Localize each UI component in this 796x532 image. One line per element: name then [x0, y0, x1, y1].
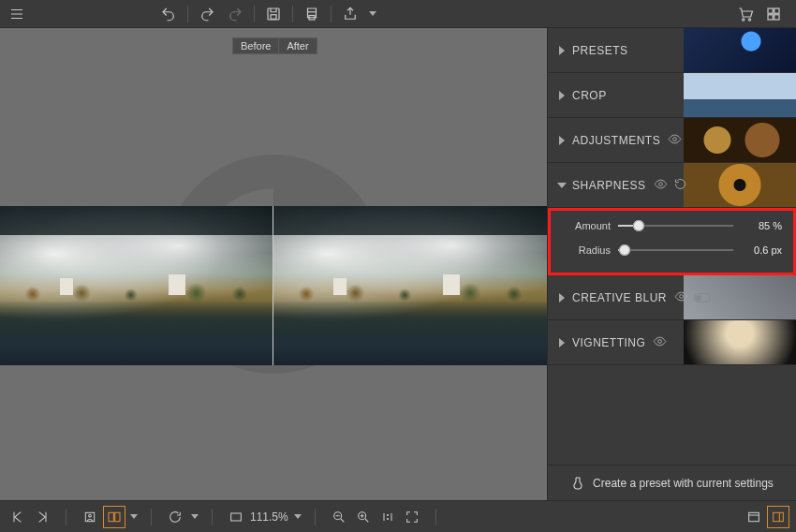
section-vignetting-label: VIGNETTING [572, 336, 645, 349]
svg-rect-7 [774, 8, 779, 13]
radius-slider[interactable] [618, 249, 733, 251]
svg-rect-8 [768, 14, 773, 19]
eye-icon[interactable] [674, 289, 688, 306]
section-sharpness[interactable]: SHARPNESS [548, 163, 796, 208]
svg-point-14 [658, 339, 662, 343]
chevron-right-icon [559, 293, 565, 303]
cart-button[interactable] [734, 3, 757, 25]
section-adjustments-label: ADJUSTMENTS [572, 134, 660, 147]
rotate-caret[interactable] [191, 514, 199, 519]
svg-rect-25 [774, 512, 784, 521]
svg-rect-0 [268, 8, 279, 20]
redo-step-button[interactable] [224, 3, 246, 25]
export-menu-caret[interactable] [369, 11, 376, 16]
after-label: After [279, 37, 317, 54]
slider-amount: Amount 85 % [562, 220, 782, 231]
section-creative-blur-label: CREATIVE BLUR [572, 291, 667, 304]
sharpness-controls: Amount 85 % Radius 0.6 px [548, 208, 796, 275]
svg-point-13 [680, 294, 684, 298]
radius-label: Radius [562, 244, 611, 256]
section-adjustments[interactable]: ADJUSTMENTS [548, 118, 796, 163]
svg-rect-17 [109, 512, 113, 521]
section-creative-blur[interactable]: CREATIVE BLUR [548, 275, 796, 320]
amount-slider-knob[interactable] [633, 220, 644, 231]
fit-view-button[interactable] [226, 507, 246, 527]
eye-icon[interactable] [654, 177, 668, 194]
panel-left-button[interactable] [744, 507, 764, 527]
canvas-area[interactable]: Before After [0, 28, 547, 500]
svg-point-11 [673, 137, 677, 140]
right-panel: PRESETS CROP ADJUSTMENTS [547, 28, 796, 500]
radius-value: 0.6 px [741, 244, 782, 256]
rotate-button[interactable] [165, 507, 185, 527]
zoom-caret[interactable] [294, 514, 302, 519]
svg-point-23 [387, 518, 388, 519]
svg-rect-9 [774, 14, 779, 19]
radius-slider-knob[interactable] [619, 244, 630, 256]
chevron-right-icon [559, 338, 565, 347]
bottom-toolbar: 111.5% [0, 500, 796, 532]
svg-point-12 [658, 182, 662, 185]
eye-icon[interactable] [668, 132, 682, 149]
svg-rect-1 [271, 14, 276, 19]
next-image-button[interactable] [32, 507, 52, 527]
compare-labels: Before After [232, 37, 547, 54]
zoom-in-button[interactable] [353, 507, 374, 527]
section-presets[interactable]: PRESETS [548, 28, 796, 73]
chevron-down-icon [557, 183, 567, 188]
section-vignetting[interactable]: VIGNETTING [548, 320, 796, 365]
chevron-right-icon [559, 91, 565, 100]
amount-label: Amount [562, 220, 611, 231]
grid-button[interactable] [762, 3, 785, 25]
section-sharpness-label: SHARPNESS [572, 179, 646, 192]
after-view[interactable] [273, 206, 547, 365]
export-button[interactable] [339, 3, 361, 25]
print-button[interactable] [301, 3, 323, 25]
section-crop-label: CROP [572, 89, 607, 102]
svg-point-22 [387, 514, 388, 515]
slider-radius: Radius 0.6 px [562, 244, 782, 256]
zoom-out-button[interactable] [329, 507, 349, 527]
amount-value: 85 % [741, 220, 782, 231]
split-view [0, 206, 547, 365]
svg-point-16 [89, 514, 92, 517]
svg-point-5 [748, 18, 750, 20]
svg-rect-18 [115, 512, 120, 521]
section-presets-label: PRESETS [572, 44, 628, 57]
top-toolbar [0, 0, 796, 28]
panel-right-button[interactable] [768, 507, 789, 527]
menu-button[interactable] [6, 3, 28, 25]
toggle-icon[interactable] [694, 293, 711, 303]
section-crop[interactable]: CROP [548, 73, 796, 118]
amount-slider[interactable] [618, 225, 733, 227]
svg-rect-6 [768, 8, 773, 13]
save-button[interactable] [262, 3, 285, 25]
before-label: Before [232, 37, 279, 54]
reset-icon[interactable] [673, 177, 687, 194]
svg-rect-24 [749, 512, 759, 521]
view-mode-caret[interactable] [130, 514, 138, 519]
svg-point-4 [743, 18, 744, 20]
fullscreen-button[interactable] [402, 507, 422, 527]
svg-rect-19 [231, 513, 242, 521]
zoom-1to1-button[interactable] [377, 507, 398, 527]
compare-view-button[interactable] [104, 507, 125, 527]
chevron-right-icon [559, 136, 565, 145]
before-view[interactable] [0, 206, 273, 365]
redo-button[interactable] [196, 3, 218, 25]
chevron-right-icon [559, 46, 565, 55]
zoom-level: 111.5% [250, 510, 288, 524]
single-view-button[interactable] [80, 507, 100, 527]
create-preset-button[interactable]: Create a preset with current settings [548, 465, 796, 500]
undo-button[interactable] [157, 3, 180, 25]
prev-image-button[interactable] [7, 507, 28, 527]
eye-icon[interactable] [653, 334, 667, 351]
create-preset-label: Create a preset with current settings [593, 477, 774, 490]
